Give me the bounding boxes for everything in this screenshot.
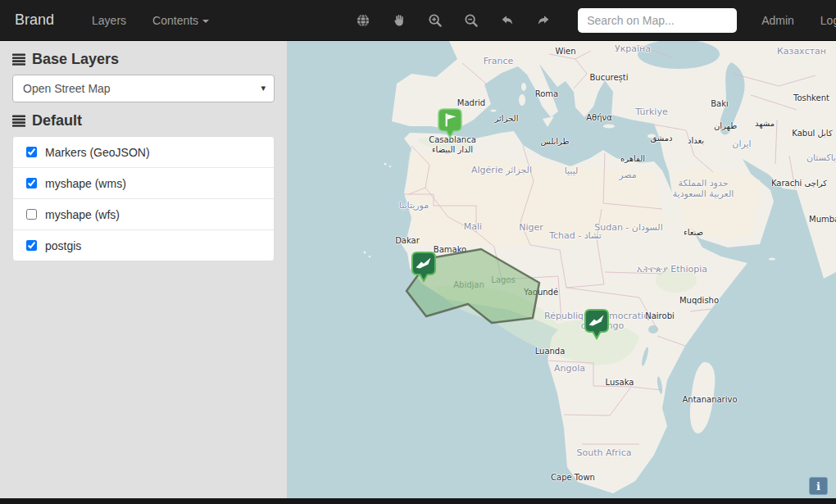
map-city-label: Abidjan: [453, 280, 484, 289]
map-city-label: دمشق: [650, 134, 672, 143]
application: Brand Layers Contents: [0, 0, 836, 504]
map-city-label: Αθήνα: [586, 113, 611, 122]
layer-label: myshape (wms): [45, 177, 126, 190]
default-group-heading: Default: [12, 112, 287, 129]
navbar: Brand Layers Contents: [0, 0, 836, 41]
caret-down-icon: [202, 20, 209, 23]
map-country-label: Sudan - السودان: [594, 222, 663, 233]
shape-marker[interactable]: [411, 252, 436, 283]
map-country-label: France: [484, 56, 514, 66]
layer-label: postgis: [45, 239, 81, 252]
zoom-out-icon[interactable]: [461, 10, 482, 31]
layer-checkbox[interactable]: [26, 147, 37, 157]
map-country-label: South Africa: [577, 447, 632, 458]
map-city-label: Antananarivo: [682, 395, 737, 404]
map-city-label: صنعاء: [684, 228, 703, 237]
base-layers-heading: Base Layers: [12, 51, 287, 68]
layer-row[interactable]: myshape (wfs): [13, 199, 274, 230]
list-icon: [12, 53, 25, 66]
map-city-label: Bamako: [434, 245, 466, 254]
layer-row[interactable]: Markers (GeoJSON): [13, 137, 274, 168]
map-country-label: حدود المملكة: [678, 178, 728, 188]
map-city-label: Cape Town: [551, 473, 595, 482]
map-city-label: مشهد: [755, 119, 775, 128]
layer-checkbox[interactable]: [26, 178, 37, 188]
brand[interactable]: Brand: [15, 11, 54, 29]
map-city-label: Wien: [556, 47, 576, 56]
map-toolbar: [345, 10, 561, 31]
map-country-label: Mali: [464, 221, 482, 232]
nav-item-admin[interactable]: Admin: [761, 14, 794, 27]
globe-icon[interactable]: [352, 10, 374, 31]
layer-checkbox[interactable]: [26, 209, 37, 220]
map-city-label: Lagos: [491, 275, 515, 284]
pan-hand-icon[interactable]: [388, 10, 410, 31]
layer-label: Markers (GeoJSON): [45, 146, 150, 159]
nav-item-contents-label: Contents: [152, 14, 198, 27]
map-city-label: طرابلس: [540, 137, 569, 146]
map-country-label: Казахстан: [777, 46, 826, 57]
attribution-info-button[interactable]: i: [809, 477, 828, 495]
zoom-in-icon[interactable]: [425, 10, 446, 31]
layer-row[interactable]: myshape (wms): [13, 168, 274, 199]
map-country-label: Niger: [519, 222, 543, 233]
bottom-bar: [0, 498, 836, 504]
map-city-label: Karachi كراچى: [771, 179, 827, 188]
map-canvas[interactable]: FranceУкраїнаКазахстанTürkiyeAlgérie الج…: [287, 41, 836, 504]
layer-list: Markers (GeoJSON)myshape (wms)myshape (w…: [12, 136, 275, 261]
map-city-label: Madrid: [457, 98, 485, 107]
layer-row[interactable]: postgis: [13, 230, 274, 261]
basemap: [287, 41, 836, 504]
map-country-label: Türkiye: [635, 107, 667, 117]
flag-marker[interactable]: [438, 108, 462, 139]
nav-item-contents[interactable]: Contents: [152, 14, 209, 27]
map-city-label: الجزائر: [495, 114, 519, 123]
layer-label: myshape (wfs): [45, 208, 120, 221]
map-country-label: مصر: [619, 170, 637, 180]
map-city-label: București: [590, 73, 629, 82]
nav-item-logout[interactable]: Logout: [820, 14, 836, 27]
base-layer-selected-value: Open Street Map: [23, 82, 111, 95]
map-country-label: العربية السعودية: [673, 188, 734, 199]
map-city-label: Roma: [535, 89, 559, 98]
default-group-heading-label: Default: [32, 112, 82, 129]
map-city-label: Kabul كابل: [792, 129, 832, 138]
map-city-label: طهران: [714, 121, 737, 130]
map-country-label: ايران: [732, 138, 751, 149]
map-country-label: Україна: [615, 43, 651, 54]
navbar-right: Admin Logout: [748, 14, 836, 27]
map-city-label: Dakar: [395, 236, 420, 245]
map-city-label: القاهرة: [620, 154, 645, 163]
shape-marker[interactable]: [584, 309, 609, 340]
layer-checkbox[interactable]: [26, 240, 37, 251]
map-city-label: Toshkent: [793, 93, 829, 102]
base-layers-heading-label: Base Layers: [32, 51, 119, 68]
nav-item-layers[interactable]: Layers: [92, 14, 126, 27]
base-layer-select[interactable]: Open Street Map ▾: [12, 75, 275, 102]
map-country-label: Algérie الجزائر: [471, 165, 532, 175]
map-country-label: ኢትዮጵያ Ethiopia: [637, 264, 707, 275]
undo-icon[interactable]: [497, 10, 518, 31]
redo-icon[interactable]: [533, 10, 554, 31]
map-city-label: Muqdisho: [679, 296, 719, 305]
map-country-label: باكستان: [806, 152, 836, 163]
map-city-label: Nairobi: [645, 311, 675, 320]
map-city-label: Mumbai: [809, 215, 836, 224]
map-city-label: Yaoundé: [524, 288, 558, 297]
search-box: [578, 8, 737, 33]
map-country-label: Angola: [554, 363, 585, 374]
map-city-label: Lusaka: [606, 378, 634, 387]
map-country-label: ليبيا: [565, 166, 579, 176]
select-caret-icon: ▾: [261, 83, 266, 93]
search-input[interactable]: [578, 8, 737, 33]
map-country-label: موريتانيا: [399, 200, 429, 211]
list-icon: [12, 115, 25, 127]
sidebar: Base Layers Open Street Map ▾ Default Ma…: [0, 41, 287, 498]
map-city-label: بغداد: [688, 136, 704, 145]
map-city-label: Bakı: [711, 99, 729, 108]
map-city-label: الدار البيضاء: [432, 145, 473, 154]
map-city-label: Luanda: [535, 347, 566, 356]
